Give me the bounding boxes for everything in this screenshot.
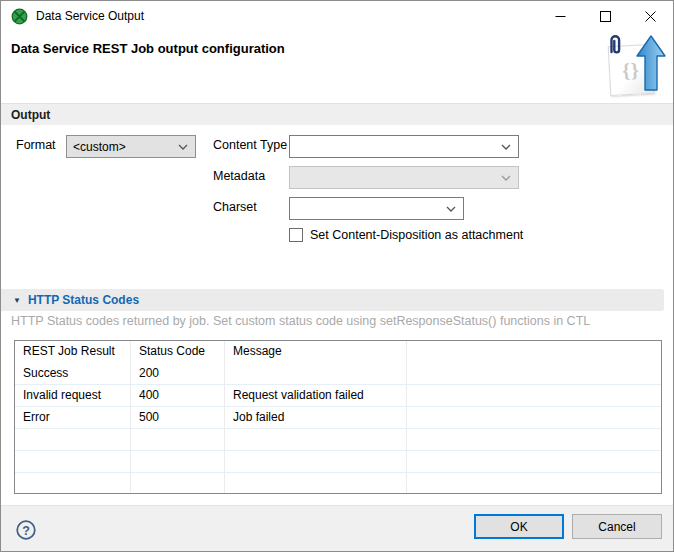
cancel-button[interactable]: Cancel bbox=[572, 514, 662, 539]
column-header-message: Message bbox=[225, 341, 407, 363]
close-button[interactable] bbox=[628, 1, 673, 31]
up-arrow-icon bbox=[635, 35, 667, 91]
format-value: <custom> bbox=[67, 140, 178, 154]
output-section-title: Output bbox=[11, 108, 50, 122]
table-row[interactable]: Error 500 Job failed bbox=[15, 407, 661, 429]
http-status-section-title[interactable]: HTTP Status Codes bbox=[28, 293, 139, 307]
svg-text:?: ? bbox=[22, 524, 30, 538]
cell-message: Request validation failed bbox=[225, 385, 407, 406]
collapse-triangle-icon[interactable]: ▼ bbox=[13, 296, 21, 305]
dialog-window: Data Service Output Data Service REST Jo… bbox=[0, 0, 674, 552]
cell-message bbox=[225, 363, 407, 384]
maximize-icon bbox=[600, 11, 611, 22]
minimize-icon bbox=[555, 11, 566, 22]
cell-message: Job failed bbox=[225, 407, 407, 428]
charset-label: Charset bbox=[213, 196, 257, 219]
data-service-output-icon: {} bbox=[601, 33, 667, 101]
maximize-button[interactable] bbox=[583, 1, 628, 31]
window-controls bbox=[538, 1, 673, 31]
table-row[interactable]: Invalid request 400 Request validation f… bbox=[15, 385, 661, 407]
metadata-combo bbox=[289, 166, 519, 189]
chevron-down-icon bbox=[501, 144, 511, 150]
output-section-bar: Output bbox=[1, 103, 673, 125]
table-row-empty[interactable] bbox=[15, 451, 661, 473]
dialog-header: Data Service REST Job output configurati… bbox=[1, 31, 673, 103]
ok-button[interactable]: OK bbox=[474, 514, 564, 539]
table-row-empty[interactable] bbox=[15, 473, 661, 494]
chevron-down-icon bbox=[446, 206, 456, 212]
window-title: Data Service Output bbox=[36, 9, 144, 23]
cell-extra bbox=[407, 363, 661, 384]
cell-extra bbox=[407, 407, 661, 428]
format-label: Format bbox=[16, 134, 56, 157]
chevron-down-icon bbox=[178, 144, 188, 150]
content-disposition-label: Set Content-Disposition as attachment bbox=[310, 228, 523, 242]
cell-result: Invalid request bbox=[15, 385, 131, 406]
cell-result: Success bbox=[15, 363, 131, 384]
http-status-section-bar[interactable]: ▼ HTTP Status Codes bbox=[1, 289, 664, 311]
title-bar: Data Service Output bbox=[1, 1, 673, 31]
chevron-down-icon bbox=[501, 175, 511, 181]
table-header-row: REST Job Result Status Code Message bbox=[15, 341, 661, 363]
paperclip-icon bbox=[607, 33, 623, 59]
format-combo[interactable]: <custom> bbox=[66, 135, 196, 158]
content-disposition-row: Set Content-Disposition as attachment bbox=[289, 228, 523, 242]
cell-extra bbox=[407, 385, 661, 406]
help-button[interactable]: ? bbox=[15, 519, 37, 541]
cell-code: 500 bbox=[131, 407, 225, 428]
table-row[interactable]: Success 200 bbox=[15, 363, 661, 385]
status-codes-table[interactable]: REST Job Result Status Code Message Succ… bbox=[14, 340, 662, 494]
table-row-empty[interactable] bbox=[15, 429, 661, 451]
http-status-description: HTTP Status codes returned by job. Set c… bbox=[11, 314, 590, 328]
cell-code: 400 bbox=[131, 385, 225, 406]
cell-result: Error bbox=[15, 407, 131, 428]
content-disposition-checkbox[interactable] bbox=[289, 228, 303, 242]
content-type-combo[interactable] bbox=[289, 135, 519, 158]
metadata-label: Metadata bbox=[213, 165, 265, 188]
column-header-rest-job-result: REST Job Result bbox=[15, 341, 131, 363]
column-header-extra bbox=[407, 341, 661, 363]
content-type-label: Content Type bbox=[213, 134, 287, 157]
clover-app-icon bbox=[11, 8, 28, 25]
minimize-button[interactable] bbox=[538, 1, 583, 31]
close-icon bbox=[645, 11, 656, 22]
dialog-title: Data Service REST Job output configurati… bbox=[11, 41, 285, 56]
charset-combo[interactable] bbox=[289, 197, 464, 220]
cell-code: 200 bbox=[131, 363, 225, 384]
help-icon: ? bbox=[15, 519, 37, 541]
column-header-status-code: Status Code bbox=[131, 341, 225, 363]
